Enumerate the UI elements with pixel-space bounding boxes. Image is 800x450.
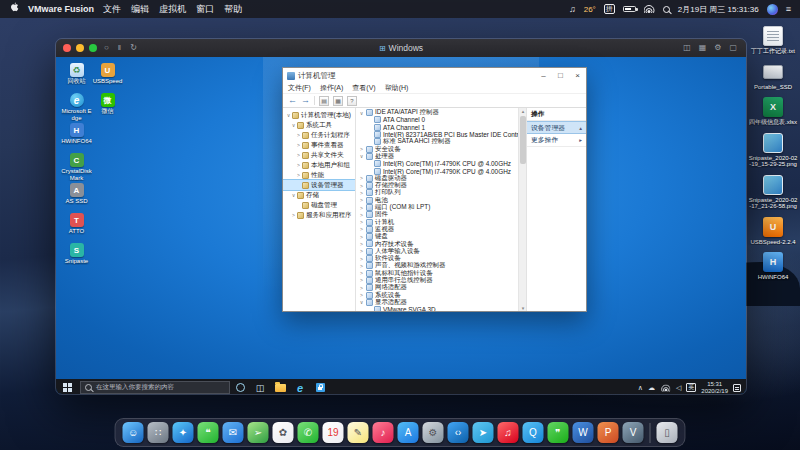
windows-desktop-icon[interactable]: AAS SSD <box>61 183 92 213</box>
snapshots-icon[interactable]: ◫ <box>681 44 693 52</box>
close-icon[interactable]: × <box>569 68 586 83</box>
input-method-indicator[interactable]: 拼 <box>604 4 615 14</box>
active-app-name[interactable]: VMware Fusion <box>28 4 94 14</box>
cm-menu-1[interactable]: 操作(A) <box>320 83 343 93</box>
dock-vmware-fusion[interactable]: V <box>623 422 644 443</box>
onedrive-icon[interactable]: ☁ <box>648 384 655 392</box>
siri-icon[interactable] <box>767 4 778 15</box>
dock-netease-music[interactable]: ♫ <box>498 422 519 443</box>
dock-finder[interactable]: ☺ <box>123 422 144 443</box>
device-tree-item[interactable]: >安全设备 <box>356 145 518 152</box>
device-tree-item[interactable]: >网络适配器 <box>356 284 518 291</box>
dock-launchpad[interactable]: ∷ <box>148 422 169 443</box>
device-tree-item[interactable]: >打印队列 <box>356 189 518 196</box>
cm-tree-item[interactable]: >服务和应用程序 <box>283 210 355 220</box>
back-icon[interactable]: ← <box>288 96 297 105</box>
dock-qq[interactable]: Q <box>523 422 544 443</box>
device-tree-item[interactable]: 标准 SATA AHCI 控制器 <box>356 138 518 145</box>
cm-title-bar[interactable]: 计算机管理 – □ × <box>283 68 586 83</box>
dock-mail[interactable]: ✉ <box>223 422 244 443</box>
cm-tree-item[interactable]: ∨存储 <box>283 190 355 200</box>
dock-safari[interactable]: ✦ <box>173 422 194 443</box>
cm-tree-item[interactable]: 设备管理器 <box>283 180 355 190</box>
device-tree-item[interactable]: >存储控制器 <box>356 182 518 189</box>
cm-menu-2[interactable]: 查看(V) <box>352 83 375 93</box>
cm-menu-0[interactable]: 文件(F) <box>288 83 311 93</box>
dock-maps[interactable]: ➢ <box>248 422 269 443</box>
dock-vscode[interactable]: ‹› <box>448 422 469 443</box>
dock-wechat[interactable]: ❞ <box>548 422 569 443</box>
network-icon[interactable] <box>661 384 670 391</box>
minimize-button[interactable] <box>76 44 84 52</box>
windows-desktop-icon[interactable]: eMicrosoft Edge <box>61 93 92 123</box>
desktop-file[interactable]: HHWiNFO64 <box>748 252 798 281</box>
power-icon[interactable]: ○ <box>102 44 111 52</box>
device-tree-item[interactable]: >通用串行总线控制器 <box>356 277 518 284</box>
desktop-file[interactable]: X四年级信息表.xlsx <box>748 97 798 126</box>
store-button[interactable] <box>310 379 330 395</box>
actions-more[interactable]: 更多操作 ▸ <box>527 134 586 147</box>
desktop-file[interactable]: 丁丁工作记录.txt <box>748 26 798 55</box>
menubar-menu-1[interactable]: 编辑 <box>131 3 149 16</box>
taskbar-search-box[interactable]: 在这里输入你要搜索的内容 <box>80 381 230 394</box>
cm-tree-item[interactable]: >性能 <box>283 170 355 180</box>
windows-desktop-icon[interactable]: UUSBSpeed <box>92 63 123 93</box>
cm-tree-item[interactable]: ∨系统工具 <box>283 120 355 130</box>
menubar-menu-4[interactable]: 帮助 <box>224 3 242 16</box>
dock-powerpoint[interactable]: P <box>598 422 619 443</box>
actions-device-manager[interactable]: 设备管理器 ▴ <box>527 121 586 134</box>
windows-desktop-icon[interactable]: SSnipaste <box>61 243 92 273</box>
cm-menu-3[interactable]: 帮助(H) <box>385 83 409 93</box>
device-tree-item[interactable]: >人体学输入设备 <box>356 248 518 255</box>
menubar-menu-0[interactable]: 文件 <box>103 3 121 16</box>
device-tree-item[interactable]: >键盘 <box>356 233 518 240</box>
scrollbar-thumb[interactable] <box>520 116 526 164</box>
windows-desktop-icon[interactable]: 微微信 <box>92 93 123 123</box>
device-tree-item[interactable]: Intel(R) Core(TM) i7-4790K CPU @ 4.00GHz <box>356 160 518 167</box>
restart-icon[interactable]: ↻ <box>128 44 139 52</box>
windows-desktop-icon[interactable]: CCrystalDiskMark <box>61 153 92 183</box>
device-tree-item[interactable]: >端口 (COM 和 LPT) <box>356 204 518 211</box>
spotlight-icon[interactable] <box>663 6 670 13</box>
device-tree-item[interactable]: VMware SVGA 3D <box>356 306 518 311</box>
suspend-icon[interactable]: ‖ <box>116 44 123 52</box>
device-tree-item[interactable]: ∨处理器 <box>356 153 518 160</box>
device-tree-item[interactable]: >系统设备 <box>356 291 518 298</box>
desktop-file[interactable]: Portable_SSD <box>748 62 798 91</box>
properties-icon[interactable]: ▦ <box>333 96 343 106</box>
zoom-button[interactable] <box>89 44 97 52</box>
device-tree-item[interactable]: >软件设备 <box>356 255 518 262</box>
console-tree-icon[interactable]: ▤ <box>319 96 329 106</box>
windows-desktop-icon[interactable]: HHWiNFO64 <box>61 123 92 153</box>
cm-tree-item[interactable]: >事件查看器 <box>283 140 355 150</box>
cm-tree-item[interactable]: >任务计划程序 <box>283 130 355 140</box>
menu-bar-clock[interactable]: 2月19日 周三 15:31:36 <box>678 4 759 15</box>
device-tree-item[interactable]: ATA Channel 1 <box>356 124 518 131</box>
dock-notes[interactable]: ✎ <box>348 422 369 443</box>
battery-icon[interactable] <box>623 6 636 12</box>
netease-music-status-icon[interactable]: ♫ <box>569 4 576 14</box>
device-tree-item[interactable]: ATA Channel 0 <box>356 116 518 123</box>
dock-telegram[interactable]: ➤ <box>473 422 494 443</box>
task-view-button[interactable]: ◫ <box>250 379 270 395</box>
wifi-icon[interactable] <box>644 5 655 13</box>
cortana-button[interactable] <box>230 379 250 395</box>
ime-indicator[interactable]: 英 <box>686 383 696 392</box>
device-tree-item[interactable]: >计算机 <box>356 218 518 225</box>
help-icon[interactable]: ? <box>347 96 357 106</box>
tray-expand-icon[interactable]: ∧ <box>638 384 643 392</box>
device-tree-item[interactable]: >监视器 <box>356 226 518 233</box>
dock-music[interactable]: ♪ <box>373 422 394 443</box>
dock-system-preferences[interactable]: ⚙ <box>423 422 444 443</box>
display-grid-icon[interactable]: ▦ <box>697 44 709 52</box>
minimize-icon[interactable]: – <box>535 68 552 83</box>
taskbar-clock[interactable]: 15:31 2020/2/19 <box>701 381 728 395</box>
device-tree-item[interactable]: Intel(R) Core(TM) i7-4790K CPU @ 4.00GHz <box>356 167 518 174</box>
cm-tree-item[interactable]: >共享文件夹 <box>283 150 355 160</box>
dock-app-store[interactable]: A <box>398 422 419 443</box>
dock-facetime[interactable]: ✆ <box>298 422 319 443</box>
desktop-file[interactable]: UUSBSpeed-2.2.4 <box>748 217 798 246</box>
menubar-menu-3[interactable]: 窗口 <box>196 3 214 16</box>
device-tree-item[interactable]: >声音、视频和游戏控制器 <box>356 262 518 269</box>
desktop-file[interactable]: Snipaste_2020-02-19_15-29-25.png <box>748 133 798 168</box>
